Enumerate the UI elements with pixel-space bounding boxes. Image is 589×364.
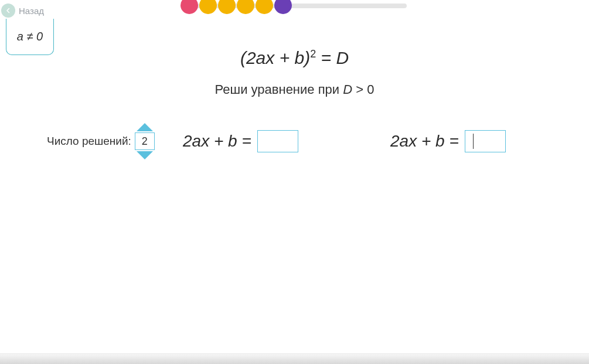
eq-plus: + bbox=[274, 48, 294, 67]
stepper-value-text: 2 bbox=[142, 135, 148, 148]
progress-dot bbox=[181, 0, 198, 14]
progress-dots bbox=[181, 0, 292, 14]
answer-input-2[interactable] bbox=[465, 130, 506, 152]
solutions-stepper: Число решений: 2 bbox=[47, 123, 155, 159]
eq-rhs: D bbox=[336, 48, 349, 67]
back-button[interactable] bbox=[1, 4, 15, 18]
eq-term2: b bbox=[295, 48, 305, 67]
text-cursor bbox=[473, 134, 474, 149]
eq-exp: 2 bbox=[310, 48, 316, 60]
prompt-cond: > 0 bbox=[352, 82, 374, 97]
answer-input-2-wrap bbox=[465, 130, 506, 152]
stepper-value[interactable]: 2 bbox=[135, 132, 155, 150]
equation-line-2: 2ax + b = bbox=[390, 130, 506, 152]
eq-term1: 2ax bbox=[246, 48, 274, 67]
back-nav: Назад bbox=[1, 4, 44, 18]
progress-dot bbox=[218, 0, 236, 14]
eq-line-2-text: 2ax + b = bbox=[390, 132, 459, 151]
progress-bar bbox=[184, 4, 407, 8]
answer-input-1[interactable] bbox=[257, 130, 298, 152]
equation-line-1: 2ax + b = bbox=[183, 130, 298, 152]
progress-track bbox=[184, 4, 407, 8]
bottom-bar bbox=[0, 353, 589, 364]
prompt-var: D bbox=[343, 82, 352, 97]
progress-dot bbox=[274, 0, 292, 14]
solutions-label: Число решений: bbox=[47, 135, 131, 148]
back-label: Назад bbox=[19, 6, 44, 16]
progress-dot bbox=[199, 0, 217, 14]
progress-dot bbox=[256, 0, 273, 14]
eq-close: ) bbox=[304, 48, 310, 67]
eq-line-1-text: 2ax + b = bbox=[183, 132, 251, 151]
stepper: 2 bbox=[135, 123, 155, 159]
prompt: Реши уравнение при D > 0 bbox=[0, 82, 589, 97]
condition-text: a ≠ 0 bbox=[17, 30, 43, 43]
eq-open: ( bbox=[240, 48, 246, 67]
progress-dot bbox=[237, 0, 254, 14]
eq-equals: = bbox=[316, 48, 336, 67]
stepper-down-icon[interactable] bbox=[137, 151, 153, 159]
main-equation: (2ax + b)2 = D bbox=[0, 48, 589, 68]
stepper-up-icon[interactable] bbox=[137, 123, 153, 131]
prompt-prefix: Реши уравнение при bbox=[215, 82, 343, 97]
chevron-left-icon bbox=[5, 7, 12, 14]
